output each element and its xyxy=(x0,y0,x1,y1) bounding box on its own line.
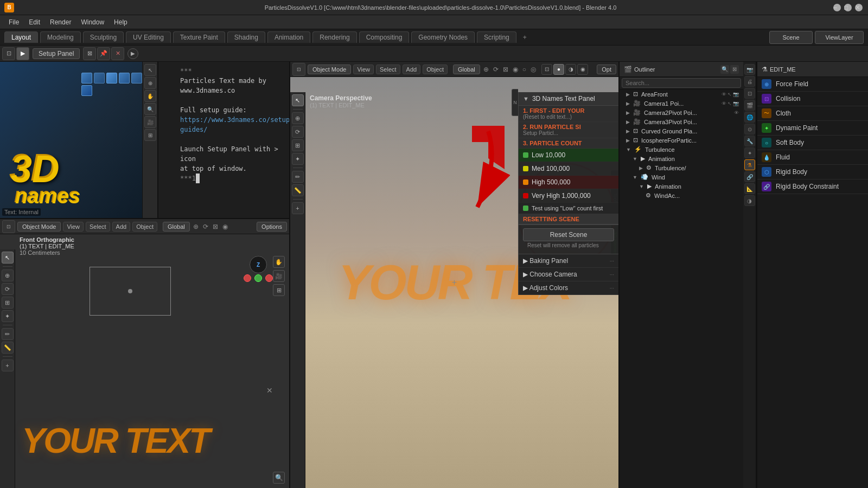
tab-sculpting[interactable]: Sculpting xyxy=(83,31,124,43)
xray-icon[interactable]: ◎ xyxy=(531,66,536,73)
grid-tool[interactable]: ⊞ xyxy=(273,284,285,296)
header-pin-icon[interactable]: 📌 xyxy=(97,47,110,60)
preview-tool-orbit[interactable]: ⊕ xyxy=(144,77,156,89)
hand-tool[interactable]: ✋ xyxy=(273,256,285,268)
outliner-item-windac[interactable]: ⚙ WindAc... xyxy=(620,191,743,200)
header-viewport-icon[interactable]: ⊡ xyxy=(2,47,15,60)
world-props-icon[interactable]: 🌐 xyxy=(744,112,755,123)
object-props-icon[interactable]: ⊙ xyxy=(744,124,755,134)
object-btn-bottom[interactable]: Object xyxy=(132,222,157,232)
snap-icon-main[interactable]: ⊠ xyxy=(503,66,508,73)
tool-scale-main[interactable]: ⊞ xyxy=(292,139,304,151)
physics-cloth[interactable]: 〜 Cloth xyxy=(757,106,868,121)
physics-force-field[interactable]: ⊕ Force Field xyxy=(757,77,868,92)
choose-camera-row[interactable]: ▶ Choose Camera ··· xyxy=(519,268,618,281)
preview-tool-cursor[interactable]: ↖ xyxy=(144,64,156,76)
outliner-item-icosphere[interactable]: ▶ ⊡ IcosphereForPartic... xyxy=(620,136,743,145)
add-workspace-button[interactable]: + xyxy=(519,32,531,43)
select-btn-bottom[interactable]: Select xyxy=(86,222,110,232)
tab-geometry-nodes[interactable]: Geometry Nodes xyxy=(411,31,475,43)
outliner-item-wind[interactable]: ▼ 💨 Wind xyxy=(620,172,743,182)
code-editor[interactable]: *** Particles Text made by www.3dnames.c… xyxy=(158,62,289,218)
outliner-item-camera3[interactable]: ▶ 🎥 Camera3Pivot Poi... xyxy=(620,117,743,126)
pivot-icon[interactable]: ⊕ xyxy=(193,223,199,230)
physics-props-icon[interactable]: ⚗ xyxy=(744,159,755,170)
scene-props-icon[interactable]: 🎬 xyxy=(744,100,755,111)
rendered-btn[interactable]: ◉ xyxy=(577,64,588,75)
physics-rigid-body[interactable]: ⬡ Rigid Body xyxy=(757,165,868,179)
outliner-search-input[interactable] xyxy=(622,78,741,88)
tab-compositing[interactable]: Compositing xyxy=(359,31,410,43)
tool-rotate-main[interactable]: ⟳ xyxy=(292,126,304,138)
menu-help[interactable]: Help xyxy=(110,17,132,27)
menu-window[interactable]: Window xyxy=(76,17,108,27)
physics-rigid-body-constraint[interactable]: 🔗 Rigid Body Constraint xyxy=(757,179,868,194)
gizmo-sphere[interactable]: Z xyxy=(250,256,267,273)
options-button[interactable]: Options xyxy=(257,222,287,232)
global-dropdown-bottom[interactable]: Global xyxy=(163,222,190,232)
cursor-icon-1[interactable]: ↖ xyxy=(727,92,732,97)
close-button[interactable]: ✕ xyxy=(855,4,863,11)
render-icon-2[interactable]: 📷 xyxy=(733,101,739,106)
tab-shading[interactable]: Shading xyxy=(227,31,265,43)
x-handle[interactable] xyxy=(244,274,251,282)
tab-uv-editing[interactable]: UV Editing xyxy=(126,31,171,43)
outliner-item-turbulence[interactable]: ▼ ⚡ Turbulence xyxy=(620,145,743,154)
constraints-props-icon[interactable]: 🔗 xyxy=(744,171,755,182)
add-btn-main[interactable]: Add xyxy=(403,65,421,74)
tool-transform[interactable]: ✦ xyxy=(2,310,14,322)
object-mode-dropdown-main[interactable]: Object Mode xyxy=(308,65,351,74)
maximize-button[interactable]: □ xyxy=(844,4,852,11)
tool-scale[interactable]: ⊞ xyxy=(2,297,14,309)
preview-tool-grid[interactable]: ⊞ xyxy=(144,129,156,141)
render-props-icon[interactable]: 📷 xyxy=(744,64,755,75)
minimize-button[interactable]: – xyxy=(833,4,841,11)
tab-animation[interactable]: Animation xyxy=(267,31,310,43)
global-dropdown-main[interactable]: Global xyxy=(453,65,480,74)
outliner-item-camera2[interactable]: ▶ 🎥 Camera2Pivot Poi... 👁 xyxy=(620,108,743,117)
eye-icon-1[interactable]: 👁 xyxy=(722,92,726,97)
proportional-icon-main[interactable]: ◉ xyxy=(513,66,518,73)
preview-tool-pan[interactable]: ✋ xyxy=(144,90,156,102)
tool-move-main[interactable]: ⊕ xyxy=(292,112,304,124)
tool-transform-main[interactable]: ✦ xyxy=(292,153,304,165)
select-btn-main[interactable]: Select xyxy=(376,65,400,74)
object-data-props-icon[interactable]: 📐 xyxy=(744,183,755,194)
cursor-icon-2[interactable]: ↖ xyxy=(727,101,732,106)
adjust-colors-row[interactable]: ▶ Adjust Colors ··· xyxy=(519,281,618,295)
eye-icon-2[interactable]: 👁 xyxy=(722,101,726,106)
view-btn-bottom[interactable]: View xyxy=(63,222,84,232)
transform-icon-main[interactable]: ⟳ xyxy=(493,66,499,73)
particle-low[interactable]: Low 10,000 xyxy=(519,149,618,162)
tab-texture-paint[interactable]: Texture Paint xyxy=(173,31,225,43)
setup-panel-btn[interactable]: ▶ xyxy=(16,47,29,60)
particle-very-high[interactable]: Very High 1,000,000 xyxy=(519,189,618,203)
outliner-filter-btn[interactable]: ⊠ xyxy=(730,65,739,74)
material-btn[interactable]: ◑ xyxy=(565,64,576,75)
modifier-props-icon[interactable]: 🔧 xyxy=(744,136,755,146)
outliner-search-btn[interactable]: 🔍 xyxy=(720,65,729,74)
view-btn-main[interactable]: View xyxy=(353,65,374,74)
y-handle[interactable] xyxy=(254,274,262,282)
outliner-item-camera1[interactable]: ▶ 🎥 Camera1 Poi... 👁 ↖ 📷 xyxy=(620,99,743,108)
tab-modeling[interactable]: Modeling xyxy=(40,31,81,43)
tool-annotate-main[interactable]: ✏ xyxy=(292,171,304,183)
eye-icon-3[interactable]: 👁 xyxy=(734,110,739,115)
section1-header[interactable]: 1. FIRST - EDIT YOUR (Reset to edit text… xyxy=(519,106,618,122)
overlay-icon[interactable]: ○ xyxy=(522,66,526,73)
test-note-row[interactable]: Test using "Low" count first xyxy=(519,203,618,214)
material-props-icon[interactable]: ◑ xyxy=(744,195,755,206)
reset-scene-btn[interactable]: Reset Scene xyxy=(523,228,614,241)
play-button[interactable]: ▶ xyxy=(127,48,138,59)
menu-file[interactable]: File xyxy=(4,17,23,27)
wireframe-btn[interactable]: ⊡ xyxy=(541,64,552,75)
tool-annotate[interactable]: ✏ xyxy=(2,328,14,340)
n-panel-toggle[interactable]: N xyxy=(512,89,518,116)
outliner-item-turbulence-anim[interactable]: ▶ ⚙ Turbulence/ xyxy=(620,163,743,172)
pivot-icon-main[interactable]: ⊕ xyxy=(483,66,489,73)
tool-measure[interactable]: 📏 xyxy=(2,342,14,354)
tab-layout[interactable]: Layout xyxy=(4,31,38,43)
add-btn-bottom[interactable]: Add xyxy=(112,222,131,232)
preview-tool-camera[interactable]: 🎥 xyxy=(144,116,156,128)
scene-selector[interactable]: Scene xyxy=(769,31,813,44)
